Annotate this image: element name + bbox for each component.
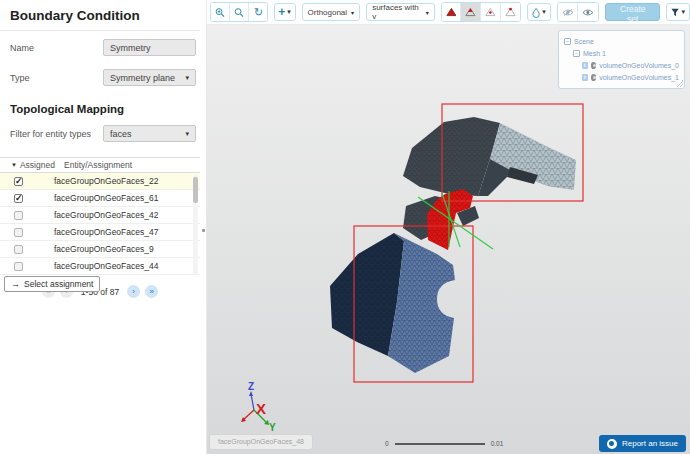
entity-name: faceGroupOnGeoFaces_9 <box>54 244 154 254</box>
mesh-body-bottom[interactable] <box>330 233 455 373</box>
zoom-fit-button[interactable] <box>230 3 249 21</box>
table-scrollbar-thumb[interactable] <box>193 177 198 203</box>
scene-tree-root[interactable]: − Scene <box>564 35 679 47</box>
axis-y-label: Y <box>269 422 276 433</box>
filter-dropdown-button[interactable]: ▾ <box>666 3 690 21</box>
entity-name: faceGroupOnGeoFaces_47 <box>54 227 158 237</box>
select-face-button[interactable] <box>461 3 481 21</box>
assigned-column-header[interactable]: ▼ Assigned <box>0 160 50 170</box>
select-node-button[interactable] <box>501 3 520 21</box>
entity-column-header[interactable]: Entity/Assignment <box>64 160 132 170</box>
visibility-icon[interactable] <box>591 62 597 69</box>
scale-min-label: 0 <box>385 440 389 447</box>
table-header: ▼ Assigned Entity/Assignment <box>0 158 200 173</box>
show-selection-button[interactable] <box>578 3 598 21</box>
caret-down-icon: ▾ <box>185 130 189 138</box>
scene-tree-volume-item[interactable]: i volumeOnGeoVolumes_1 <box>564 71 679 83</box>
table-row[interactable]: faceGroupOnGeoFaces_9 <box>0 241 200 258</box>
caret-down-icon: ▾ <box>351 9 354 16</box>
select-edge-button[interactable] <box>481 3 501 21</box>
refresh-view-button[interactable]: ↻ <box>249 3 268 21</box>
filter-row: Filter for entity types faces ▾ <box>0 125 200 147</box>
assignment-table: ▼ Assigned Entity/Assignment faceGroupOn… <box>0 157 200 275</box>
last-page-button[interactable]: » <box>145 285 158 298</box>
caret-down-icon: ▾ <box>681 8 685 16</box>
eye-off-icon <box>562 8 574 17</box>
scale-bar: 0 0.01 <box>385 440 503 447</box>
plus-icon: + <box>278 5 285 19</box>
visibility-icon[interactable] <box>591 74 597 81</box>
row-checkbox[interactable] <box>14 194 23 203</box>
info-icon[interactable]: i <box>582 74 588 81</box>
entity-type-select[interactable]: faces ▾ <box>103 125 196 142</box>
caret-down-icon: ▾ <box>426 9 429 16</box>
row-checkbox[interactable] <box>14 262 23 271</box>
tree-resize-handle[interactable] <box>676 80 683 87</box>
topological-mapping-heading: Topological Mapping <box>0 91 200 117</box>
page-title: Boundary Condition <box>0 0 200 31</box>
table-row[interactable]: faceGroupOnGeoFaces_42 <box>0 207 200 224</box>
select-assignment-button[interactable]: → Select assignment <box>4 276 100 292</box>
node-triangle-icon <box>505 7 516 17</box>
assigned-header-label: Assigned <box>20 160 55 170</box>
solid-triangle-icon <box>446 7 457 17</box>
viewport-3d[interactable]: ↻ + ▾ Orthogonal ▾ surfaces with v ▾ <box>207 0 690 454</box>
scene-tree-mesh[interactable]: − Mesh 1 <box>564 47 679 59</box>
report-label: Report an issue <box>622 439 678 448</box>
type-select[interactable]: Symmetry plane ▾ <box>103 69 196 86</box>
scene-tree-volume-item[interactable]: i volumeOnGeoVolumes_0 <box>564 59 679 71</box>
viewport-toolbar: ↻ + ▾ Orthogonal ▾ surfaces with v ▾ <box>207 0 690 25</box>
type-select-value: Symmetry plane <box>110 73 175 83</box>
table-row[interactable]: faceGroupOnGeoFaces_47 <box>0 224 200 241</box>
hide-selection-button[interactable] <box>558 3 579 21</box>
entity-name: faceGroupOnGeoFaces_44 <box>54 261 158 271</box>
volume-label: volumeOnGeoVolumes_0 <box>599 62 679 69</box>
projection-select[interactable]: Orthogonal ▾ <box>302 3 361 21</box>
droplet-icon <box>532 7 540 18</box>
axis-z-label: Z <box>248 381 254 392</box>
info-icon[interactable]: i <box>582 62 588 69</box>
picker-dropdown-button[interactable]: ▾ <box>527 3 551 21</box>
name-label: Name <box>10 43 34 53</box>
render-mode-select[interactable]: surfaces with v ▾ <box>366 3 435 21</box>
next-page-button[interactable]: › <box>127 285 140 298</box>
table-row[interactable]: faceGroupOnGeoFaces_61 <box>0 190 200 207</box>
splitter-handle[interactable] <box>202 229 205 232</box>
name-field[interactable] <box>103 39 196 56</box>
select-volume-button[interactable] <box>442 3 462 21</box>
zoom-in-icon <box>215 7 225 18</box>
row-checkbox[interactable] <box>14 228 23 237</box>
scene-tree-panel: − Scene − Mesh 1 i volumeOnGeoVolumes_0 … <box>558 30 685 89</box>
caret-down-icon: ▾ <box>185 74 189 82</box>
render-mode-select-value: surfaces with v <box>372 3 422 21</box>
row-checkbox[interactable] <box>14 245 23 254</box>
arrow-right-icon: → <box>11 279 20 289</box>
collapse-icon[interactable]: − <box>564 38 571 45</box>
filter-entity-label: Filter for entity types <box>10 129 91 139</box>
axis-x-label: X <box>256 400 266 417</box>
mesh-body-top[interactable] <box>403 117 576 196</box>
report-an-issue-button[interactable]: Report an issue <box>599 435 686 452</box>
axis-triad: Z X Y <box>241 381 276 433</box>
zoom-in-button[interactable] <box>211 3 230 21</box>
collapse-icon[interactable]: − <box>573 50 580 57</box>
caret-down-icon: ▾ <box>287 8 291 16</box>
row-checkbox[interactable] <box>14 211 23 220</box>
row-checkbox[interactable] <box>14 177 23 186</box>
filter-funnel-icon <box>671 8 679 17</box>
mesh-label: Mesh 1 <box>583 50 606 57</box>
add-dropdown-button[interactable]: + ▾ <box>274 3 296 21</box>
volume-label: volumeOnGeoVolumes_1 <box>599 74 679 81</box>
scene-label: Scene <box>574 38 594 45</box>
entity-name: faceGroupOnGeoFaces_22 <box>54 176 158 186</box>
selection-mode-group <box>441 2 521 22</box>
select-assignment-label: Select assignment <box>24 279 93 289</box>
table-row[interactable]: faceGroupOnGeoFaces_22 <box>0 173 200 190</box>
projection-select-value: Orthogonal <box>308 8 348 17</box>
entity-name: faceGroupOnGeoFaces_42 <box>54 210 158 220</box>
scale-max-label: 0.01 <box>491 440 504 447</box>
table-row[interactable]: faceGroupOnGeoFaces_44 <box>0 258 200 275</box>
type-label: Type <box>10 73 30 83</box>
create-set-button[interactable]: Create set <box>605 3 660 21</box>
report-icon <box>607 439 617 449</box>
